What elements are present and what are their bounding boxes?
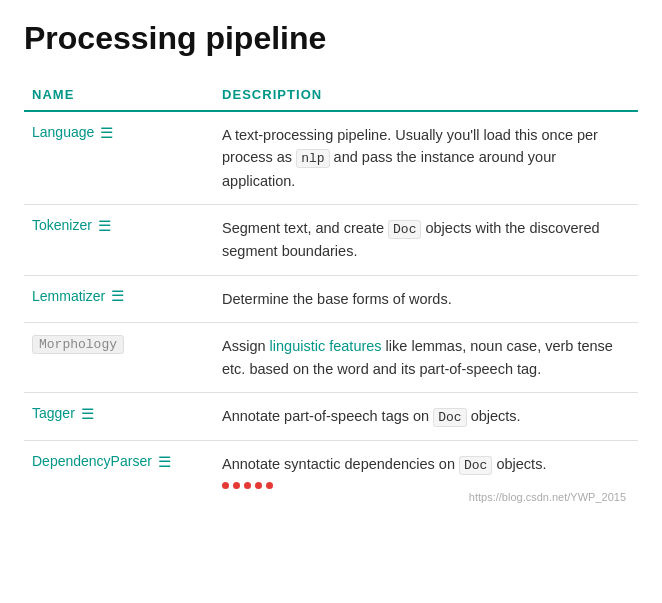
table-row: Tagger☰Annotate part-of-speech tags on D… (24, 393, 638, 441)
desc-cell-3: Assign linguistic features like lemmas, … (214, 323, 638, 393)
menu-icon[interactable]: ☰ (100, 125, 113, 140)
dots-indicator (222, 482, 630, 489)
desc-cell-2: Determine the base forms of words. (214, 275, 638, 322)
table-row: Lemmatizer☰Determine the base forms of w… (24, 275, 638, 322)
name-link-tokenizer[interactable]: Tokenizer (32, 217, 92, 233)
pipeline-table: NAME DESCRIPTION Language☰A text-process… (24, 81, 638, 518)
name-cell-0: Language☰ (24, 111, 214, 205)
name-link-lemmatizer[interactable]: Lemmatizer (32, 288, 105, 304)
code-inline: nlp (296, 149, 329, 168)
desc-cell-0: A text-processing pipeline. Usually you'… (214, 111, 638, 205)
desc-cell-4: Annotate part-of-speech tags on Doc obje… (214, 393, 638, 441)
dot (233, 482, 240, 489)
name-cell-2: Lemmatizer☰ (24, 275, 214, 322)
table-row: MorphologyAssign linguistic features lik… (24, 323, 638, 393)
dot (244, 482, 251, 489)
dot (266, 482, 273, 489)
name-cell-3: Morphology (24, 323, 214, 393)
table-row: Language☰A text-processing pipeline. Usu… (24, 111, 638, 205)
page-title: Processing pipeline (24, 20, 638, 57)
dot (255, 482, 262, 489)
col-header-name: NAME (24, 81, 214, 111)
name-cell-5: DependencyParser☰ (24, 441, 214, 519)
code-inline: Doc (459, 456, 492, 475)
menu-icon[interactable]: ☰ (81, 406, 94, 421)
code-inline: Doc (433, 408, 466, 427)
menu-icon[interactable]: ☰ (158, 454, 171, 469)
menu-icon[interactable]: ☰ (111, 288, 124, 303)
dot (222, 482, 229, 489)
name-link-language[interactable]: Language (32, 124, 94, 140)
table-row: Tokenizer☰Segment text, and create Doc o… (24, 205, 638, 276)
col-header-description: DESCRIPTION (214, 81, 638, 111)
code-inline: Doc (388, 220, 421, 239)
name-cell-4: Tagger☰ (24, 393, 214, 441)
desc-cell-5: Annotate syntactic dependencies on Doc o… (214, 441, 638, 519)
name-link-tagger[interactable]: Tagger (32, 405, 75, 421)
table-row: DependencyParser☰Annotate syntactic depe… (24, 441, 638, 519)
name-link-dependencyparser[interactable]: DependencyParser (32, 453, 152, 469)
name-cell-1: Tokenizer☰ (24, 205, 214, 276)
teal-text: linguistic features (270, 338, 382, 354)
url-note: https://blog.csdn.net/YWP_2015 (222, 489, 630, 506)
menu-icon[interactable]: ☰ (98, 218, 111, 233)
name-tag-morphology: Morphology (32, 335, 124, 354)
desc-cell-1: Segment text, and create Doc objects wit… (214, 205, 638, 276)
